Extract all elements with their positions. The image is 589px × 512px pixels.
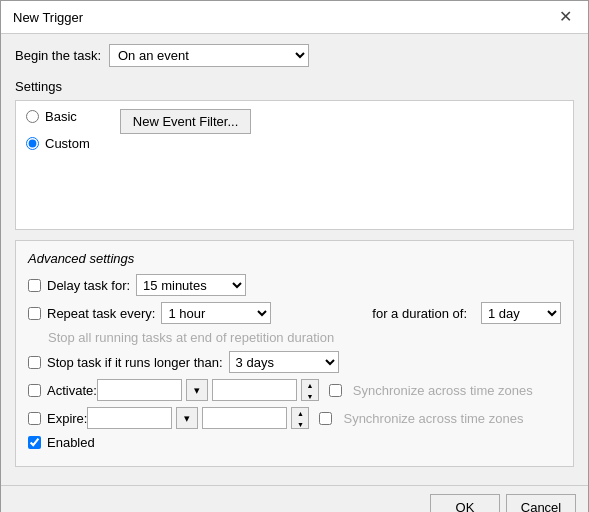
- expire-row: Expire: 10/26/2019 ▾ 11:36:53 PM ▲ ▼ Syn…: [28, 407, 561, 429]
- repeat-task-combo[interactable]: 1 hour: [161, 302, 271, 324]
- expire-sync-label: Synchronize across time zones: [319, 411, 523, 426]
- dialog-footer: OK Cancel: [1, 485, 588, 512]
- begin-task-label: Begin the task:: [15, 48, 101, 63]
- delay-task-combo[interactable]: 15 minutes: [136, 274, 246, 296]
- activate-sync-label: Synchronize across time zones: [329, 383, 533, 398]
- activate-label[interactable]: Activate:: [47, 383, 97, 398]
- new-trigger-dialog: New Trigger ✕ Begin the task: On an even…: [0, 0, 589, 512]
- activate-row: Activate: 10/26/2018 ▾ 11:36:53 PM ▲ ▼ S…: [28, 379, 561, 401]
- expire-spin-up[interactable]: ▲: [292, 408, 308, 419]
- activate-spin-group: ▲ ▼: [301, 379, 319, 401]
- for-duration-area: for a duration of: 1 day: [372, 302, 561, 324]
- stop-running-row: Stop all running tasks at end of repetit…: [28, 330, 561, 345]
- advanced-settings-section: Advanced settings Delay task for: 15 min…: [15, 240, 574, 467]
- expire-calendar-button[interactable]: ▾: [176, 407, 198, 429]
- expire-time-input[interactable]: 11:36:53 PM: [202, 407, 287, 429]
- new-event-filter-area: New Event Filter...: [110, 109, 251, 134]
- repeat-task-row: Repeat task every: 1 hour for a duration…: [28, 302, 561, 324]
- dialog-title: New Trigger: [13, 10, 83, 25]
- activate-spin-up[interactable]: ▲: [302, 380, 318, 391]
- stop-running-label: Stop all running tasks at end of repetit…: [48, 330, 334, 345]
- begin-task-row: Begin the task: On an event: [15, 44, 574, 67]
- delay-task-row: Delay task for: 15 minutes: [28, 274, 561, 296]
- activate-spin-down[interactable]: ▼: [302, 391, 318, 401]
- expire-date-input[interactable]: 10/26/2019: [87, 407, 172, 429]
- enabled-checkbox[interactable]: [28, 436, 41, 449]
- enabled-row: Enabled: [28, 435, 561, 450]
- basic-radio-row: Basic: [26, 109, 90, 124]
- dialog-body: Begin the task: On an event Settings Bas…: [1, 34, 588, 485]
- advanced-title: Advanced settings: [28, 251, 561, 266]
- basic-label[interactable]: Basic: [45, 109, 77, 124]
- begin-task-combo[interactable]: On an event: [109, 44, 309, 67]
- expire-label[interactable]: Expire:: [47, 411, 87, 426]
- activate-datetime: 10/26/2018 ▾ 11:36:53 PM ▲ ▼: [97, 379, 319, 401]
- custom-label[interactable]: Custom: [45, 136, 90, 151]
- activate-date-input[interactable]: 10/26/2018: [97, 379, 182, 401]
- expire-checkbox[interactable]: [28, 412, 41, 425]
- repeat-task-checkbox[interactable]: [28, 307, 41, 320]
- expire-datetime: 10/26/2019 ▾ 11:36:53 PM ▲ ▼: [87, 407, 309, 429]
- title-bar: New Trigger ✕: [1, 1, 588, 34]
- repeat-task-label[interactable]: Repeat task every:: [47, 306, 155, 321]
- stop-task-row: Stop task if it runs longer than: 3 days: [28, 351, 561, 373]
- settings-content: Basic Custom New Event Filter...: [26, 109, 563, 157]
- stop-task-combo[interactable]: 3 days: [229, 351, 339, 373]
- expire-sync-checkbox[interactable]: [319, 412, 332, 425]
- delay-task-label[interactable]: Delay task for:: [47, 278, 130, 293]
- new-event-filter-button[interactable]: New Event Filter...: [120, 109, 251, 134]
- custom-radio[interactable]: [26, 137, 39, 150]
- activate-sync-checkbox[interactable]: [329, 384, 342, 397]
- delay-task-checkbox[interactable]: [28, 279, 41, 292]
- activate-calendar-button[interactable]: ▾: [186, 379, 208, 401]
- enabled-label[interactable]: Enabled: [47, 435, 95, 450]
- radio-group: Basic Custom: [26, 109, 90, 157]
- activate-checkbox[interactable]: [28, 384, 41, 397]
- expire-spin-down[interactable]: ▼: [292, 419, 308, 429]
- ok-button[interactable]: OK: [430, 494, 500, 512]
- stop-task-label[interactable]: Stop task if it runs longer than:: [47, 355, 223, 370]
- for-duration-label: for a duration of:: [372, 306, 467, 321]
- stop-task-checkbox[interactable]: [28, 356, 41, 369]
- activate-time-input[interactable]: 11:36:53 PM: [212, 379, 297, 401]
- cancel-button[interactable]: Cancel: [506, 494, 576, 512]
- custom-radio-row: Custom: [26, 136, 90, 151]
- duration-combo[interactable]: 1 day: [481, 302, 561, 324]
- settings-box: Basic Custom New Event Filter...: [15, 100, 574, 230]
- settings-label: Settings: [15, 79, 574, 94]
- basic-radio[interactable]: [26, 110, 39, 123]
- expire-spin-group: ▲ ▼: [291, 407, 309, 429]
- close-button[interactable]: ✕: [555, 9, 576, 25]
